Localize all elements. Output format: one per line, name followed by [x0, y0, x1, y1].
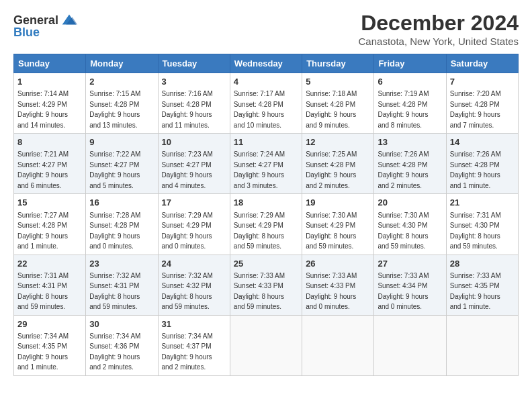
calendar-cell: 8Sunrise: 7:21 AM Sunset: 4:27 PM Daylig…: [14, 134, 86, 194]
calendar-cell: 2Sunrise: 7:15 AM Sunset: 4:28 PM Daylig…: [86, 73, 158, 134]
calendar-week-row: 29Sunrise: 7:34 AM Sunset: 4:35 PM Dayli…: [14, 315, 519, 375]
day-info: Sunrise: 7:34 AM Sunset: 4:36 PM Dayligh…: [89, 332, 140, 371]
day-info: Sunrise: 7:33 AM Sunset: 4:33 PM Dayligh…: [234, 272, 285, 311]
calendar-cell: [446, 315, 518, 375]
day-number: 13: [378, 136, 442, 148]
day-info: Sunrise: 7:31 AM Sunset: 4:30 PM Dayligh…: [450, 212, 501, 250]
logo-icon: [60, 11, 79, 30]
calendar-cell: 16Sunrise: 7:28 AM Sunset: 4:28 PM Dayli…: [86, 194, 158, 255]
day-info: Sunrise: 7:29 AM Sunset: 4:29 PM Dayligh…: [162, 212, 213, 250]
calendar-cell: 23Sunrise: 7:32 AM Sunset: 4:31 PM Dayli…: [86, 255, 158, 315]
day-info: Sunrise: 7:30 AM Sunset: 4:30 PM Dayligh…: [378, 212, 429, 250]
calendar-cell: 19Sunrise: 7:30 AM Sunset: 4:29 PM Dayli…: [302, 194, 374, 255]
day-info: Sunrise: 7:19 AM Sunset: 4:28 PM Dayligh…: [378, 90, 429, 129]
calendar-cell: 31Sunrise: 7:34 AM Sunset: 4:37 PM Dayli…: [158, 315, 230, 375]
calendar-cell: 1Sunrise: 7:14 AM Sunset: 4:29 PM Daylig…: [14, 73, 86, 134]
day-info: Sunrise: 7:15 AM Sunset: 4:28 PM Dayligh…: [89, 90, 140, 129]
day-number: 31: [162, 318, 226, 330]
day-info: Sunrise: 7:29 AM Sunset: 4:29 PM Dayligh…: [234, 212, 285, 250]
day-number: 19: [306, 197, 370, 209]
day-number: 4: [234, 76, 298, 88]
calendar-cell: 29Sunrise: 7:34 AM Sunset: 4:35 PM Dayli…: [14, 315, 86, 375]
calendar-cell: 3Sunrise: 7:16 AM Sunset: 4:28 PM Daylig…: [158, 73, 230, 134]
day-info: Sunrise: 7:32 AM Sunset: 4:31 PM Dayligh…: [89, 272, 140, 311]
day-number: 12: [306, 136, 370, 148]
calendar-cell: 30Sunrise: 7:34 AM Sunset: 4:36 PM Dayli…: [86, 315, 158, 375]
day-number: 10: [162, 136, 226, 148]
day-header-tuesday: Tuesday: [158, 54, 230, 73]
day-number: 2: [89, 76, 154, 88]
day-number: 21: [450, 197, 515, 209]
calendar-cell: 18Sunrise: 7:29 AM Sunset: 4:29 PM Dayli…: [230, 194, 302, 255]
day-info: Sunrise: 7:25 AM Sunset: 4:28 PM Dayligh…: [306, 150, 357, 189]
day-info: Sunrise: 7:32 AM Sunset: 4:32 PM Dayligh…: [162, 272, 213, 311]
calendar-cell: 27Sunrise: 7:33 AM Sunset: 4:34 PM Dayli…: [374, 255, 446, 315]
calendar-cell: 6Sunrise: 7:19 AM Sunset: 4:28 PM Daylig…: [374, 73, 446, 134]
day-header-monday: Monday: [86, 54, 158, 73]
day-header-friday: Friday: [374, 54, 446, 73]
day-info: Sunrise: 7:33 AM Sunset: 4:35 PM Dayligh…: [450, 272, 501, 311]
day-info: Sunrise: 7:23 AM Sunset: 4:27 PM Dayligh…: [162, 150, 213, 189]
day-info: Sunrise: 7:31 AM Sunset: 4:31 PM Dayligh…: [17, 272, 69, 311]
day-number: 1: [17, 76, 82, 88]
calendar-cell: 14Sunrise: 7:26 AM Sunset: 4:28 PM Dayli…: [446, 134, 518, 194]
day-info: Sunrise: 7:26 AM Sunset: 4:28 PM Dayligh…: [378, 150, 429, 189]
main-title: December 2024: [359, 11, 519, 36]
calendar-cell: 12Sunrise: 7:25 AM Sunset: 4:28 PM Dayli…: [302, 134, 374, 194]
day-number: 9: [89, 136, 154, 148]
calendar-cell: 4Sunrise: 7:17 AM Sunset: 4:28 PM Daylig…: [230, 73, 302, 134]
day-info: Sunrise: 7:33 AM Sunset: 4:33 PM Dayligh…: [306, 272, 357, 311]
calendar-week-row: 15Sunrise: 7:27 AM Sunset: 4:28 PM Dayli…: [14, 194, 519, 255]
day-number: 20: [378, 197, 442, 209]
title-area: December 2024 Canastota, New York, Unite…: [359, 11, 519, 47]
day-number: 5: [306, 76, 370, 88]
day-number: 22: [17, 258, 82, 270]
day-number: 29: [17, 318, 82, 330]
calendar-cell: 7Sunrise: 7:20 AM Sunset: 4:28 PM Daylig…: [446, 73, 518, 134]
day-number: 7: [450, 76, 515, 88]
calendar-cell: 28Sunrise: 7:33 AM Sunset: 4:35 PM Dayli…: [446, 255, 518, 315]
calendar-header-row: SundayMondayTuesdayWednesdayThursdayFrid…: [14, 54, 519, 73]
header: General Blue December 2024 Canastota, Ne…: [13, 11, 519, 47]
calendar-cell: 9Sunrise: 7:22 AM Sunset: 4:27 PM Daylig…: [86, 134, 158, 194]
day-header-thursday: Thursday: [302, 54, 374, 73]
day-number: 28: [450, 258, 515, 270]
logo: General Blue: [13, 11, 79, 40]
day-header-saturday: Saturday: [446, 54, 518, 73]
calendar-cell: 25Sunrise: 7:33 AM Sunset: 4:33 PM Dayli…: [230, 255, 302, 315]
day-number: 18: [234, 197, 298, 209]
day-header-wednesday: Wednesday: [230, 54, 302, 73]
calendar-cell: 20Sunrise: 7:30 AM Sunset: 4:30 PM Dayli…: [374, 194, 446, 255]
day-number: 16: [89, 197, 154, 209]
day-number: 6: [378, 76, 442, 88]
day-number: 8: [17, 136, 82, 148]
calendar-cell: 17Sunrise: 7:29 AM Sunset: 4:29 PM Dayli…: [158, 194, 230, 255]
day-info: Sunrise: 7:34 AM Sunset: 4:35 PM Dayligh…: [17, 332, 69, 371]
day-info: Sunrise: 7:34 AM Sunset: 4:37 PM Dayligh…: [162, 332, 213, 371]
day-info: Sunrise: 7:18 AM Sunset: 4:28 PM Dayligh…: [306, 90, 357, 129]
calendar-week-row: 8Sunrise: 7:21 AM Sunset: 4:27 PM Daylig…: [14, 134, 519, 194]
day-header-sunday: Sunday: [14, 54, 86, 73]
day-info: Sunrise: 7:17 AM Sunset: 4:28 PM Dayligh…: [234, 90, 285, 129]
day-info: Sunrise: 7:22 AM Sunset: 4:27 PM Dayligh…: [89, 150, 140, 189]
calendar-cell: [230, 315, 302, 375]
calendar-cell: 10Sunrise: 7:23 AM Sunset: 4:27 PM Dayli…: [158, 134, 230, 194]
calendar-week-row: 22Sunrise: 7:31 AM Sunset: 4:31 PM Dayli…: [14, 255, 519, 315]
day-info: Sunrise: 7:21 AM Sunset: 4:27 PM Dayligh…: [17, 150, 69, 189]
day-info: Sunrise: 7:30 AM Sunset: 4:29 PM Dayligh…: [306, 212, 357, 250]
day-number: 23: [89, 258, 154, 270]
calendar-cell: 5Sunrise: 7:18 AM Sunset: 4:28 PM Daylig…: [302, 73, 374, 134]
calendar-cell: 26Sunrise: 7:33 AM Sunset: 4:33 PM Dayli…: [302, 255, 374, 315]
calendar-cell: [374, 315, 446, 375]
calendar-cell: 15Sunrise: 7:27 AM Sunset: 4:28 PM Dayli…: [14, 194, 86, 255]
day-number: 14: [450, 136, 515, 148]
calendar-cell: 24Sunrise: 7:32 AM Sunset: 4:32 PM Dayli…: [158, 255, 230, 315]
day-info: Sunrise: 7:33 AM Sunset: 4:34 PM Dayligh…: [378, 272, 429, 311]
day-number: 11: [234, 136, 298, 148]
day-number: 24: [162, 258, 226, 270]
calendar-cell: 22Sunrise: 7:31 AM Sunset: 4:31 PM Dayli…: [14, 255, 86, 315]
day-info: Sunrise: 7:16 AM Sunset: 4:28 PM Dayligh…: [162, 90, 213, 129]
logo-blue-text: Blue: [13, 26, 40, 40]
day-info: Sunrise: 7:28 AM Sunset: 4:28 PM Dayligh…: [89, 212, 140, 250]
calendar-cell: 13Sunrise: 7:26 AM Sunset: 4:28 PM Dayli…: [374, 134, 446, 194]
